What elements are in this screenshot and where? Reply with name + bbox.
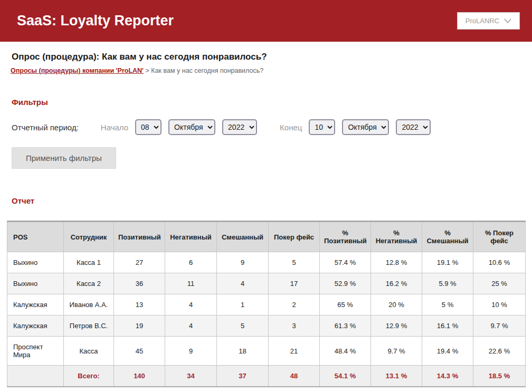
start-year-select[interactable]: 2022 [222, 119, 257, 135]
table-header-cell: % Смешанный [422, 222, 473, 252]
table-cell: 54.1 % [320, 366, 371, 387]
table-header-cell: Смешанный [217, 222, 269, 252]
table-row: ВыхиноКасса 12769557.4 %12.8 %19.1 %10.6… [7, 252, 526, 273]
table-cell: 6 [165, 252, 217, 273]
table-cell [7, 366, 64, 387]
table-header-cell: % Покер фейс [473, 222, 526, 252]
table-cell: Выхино [7, 273, 64, 294]
apply-filters-button[interactable]: Применить фильтры [12, 147, 116, 169]
table-cell: 20 % [371, 294, 422, 315]
table-cell: 4 [217, 273, 269, 294]
table-cell: 4 [165, 294, 217, 315]
table-cell: 4 [165, 315, 217, 337]
table-cell: Калужская [7, 315, 64, 337]
table-header-row: POSСотрудникПозитивныйНегативныйСмешанны… [7, 222, 526, 252]
table-cell: Всего: [64, 366, 114, 387]
table-cell: Касса 1 [64, 252, 114, 273]
end-month-select[interactable]: Октября [342, 119, 389, 135]
table-cell: 140 [114, 366, 165, 387]
table-header-cell: % Позитивный [320, 222, 371, 252]
table-cell: Выхино [7, 252, 64, 273]
table-cell: 5 [269, 252, 320, 273]
table-cell: 2 [269, 294, 320, 315]
table-cell: 16.2 % [371, 273, 422, 294]
filters-heading: Фильтры [12, 98, 520, 107]
company-selector[interactable]: ProLANRC [457, 12, 520, 30]
table-row: КалужскаяИванов А.А.1341265 %20 %5 %10 % [7, 294, 526, 315]
table-cell: 27 [114, 252, 165, 273]
report-table-body: ВыхиноКасса 12769557.4 %12.8 %19.1 %10.6… [7, 252, 526, 387]
table-cell: 5.9 % [422, 273, 473, 294]
table-cell: Калужская [7, 294, 64, 315]
table-cell: 45 [114, 337, 165, 366]
table-cell: 18 [217, 337, 269, 366]
table-cell: 19.1 % [422, 252, 473, 273]
table-cell: Петров В.С. [64, 315, 114, 337]
table-cell: 10 % [473, 294, 526, 315]
breadcrumb-link[interactable]: Опросы (процедуры) компании 'ProLAN' [11, 67, 144, 74]
table-row: КалужскаяПетров В.С.1945361.3 %12.9 %16.… [7, 315, 526, 337]
table-cell: 22.6 % [473, 337, 526, 366]
table-header-cell: Позитивный [114, 222, 165, 252]
company-selector-value: ProLANRC [466, 17, 499, 25]
table-cell: 18.5 % [473, 366, 526, 387]
table-cell: 25 % [473, 273, 526, 294]
table-cell: 34 [165, 366, 217, 387]
end-label: Конец [280, 123, 302, 132]
table-cell: 13 [114, 294, 165, 315]
end-day-select[interactable]: 10 [309, 119, 335, 135]
table-cell: 19 [114, 315, 165, 337]
table-cell: 3 [269, 315, 320, 337]
breadcrumb-current: Как вам у нас сегодня понравилось? [151, 67, 263, 74]
report-period-label: Отчетный период: [12, 123, 79, 132]
app-header-bar: SaaS: Loyalty Reporter ProLANRC [0, 0, 532, 42]
table-cell: Касса [64, 337, 114, 366]
table-header-cell: Покер фейс [269, 222, 320, 252]
end-year-select[interactable]: 2022 [396, 119, 431, 135]
table-cell: 37 [217, 366, 269, 387]
table-cell: 61.3 % [320, 315, 371, 337]
table-cell: 9.7 % [473, 315, 526, 337]
total-row: Всего:14034374854.1 %13.1 %14.3 %18.5 % [7, 366, 526, 387]
table-header-cell: POS [7, 222, 64, 252]
table-cell: 52.9 % [320, 273, 371, 294]
table-cell: 5 [217, 315, 269, 337]
table-cell: 1 [217, 294, 269, 315]
table-header-cell: Негативный [165, 222, 217, 252]
breadcrumb: Опросы (процедуры) компании 'ProLAN' > К… [11, 67, 520, 74]
table-cell: Касса 2 [64, 273, 114, 294]
table-cell: 16.1 % [422, 315, 473, 337]
table-cell: 65 % [320, 294, 371, 315]
table-cell: 12.8 % [371, 252, 422, 273]
report-period-row: Отчетный период: Начало 08 Октября 2022 … [12, 119, 520, 135]
start-day-select[interactable]: 08 [135, 119, 162, 135]
table-cell: Проспект Мира [7, 337, 64, 366]
chevron-down-icon [504, 18, 511, 23]
table-cell: 10.6 % [473, 252, 526, 273]
table-row: Проспект МираКасса459182148.4 %9.7 %19.4… [7, 337, 526, 366]
table-cell: 9.7 % [371, 337, 422, 366]
app-title: SaaS: Loyalty Reporter [17, 13, 174, 29]
report-table: POSСотрудникПозитивныйНегативныйСмешанны… [7, 221, 526, 387]
table-cell: 14.3 % [422, 366, 473, 387]
table-cell: 13.1 % [371, 366, 422, 387]
table-cell: Иванов А.А. [64, 294, 114, 315]
table-cell: 48 [269, 366, 320, 387]
table-row: ВыхиноКасса 2361141752.9 %16.2 %5.9 %25 … [7, 273, 526, 294]
table-cell: 17 [269, 273, 320, 294]
table-cell: 9 [165, 337, 217, 366]
table-cell: 19.4 % [422, 337, 473, 366]
page-title: Опрос (процедура): Как вам у нас сегодня… [12, 52, 520, 62]
breadcrumb-separator: > [144, 67, 151, 74]
start-label: Начало [101, 123, 128, 132]
start-month-select[interactable]: Октября [168, 119, 215, 135]
table-cell: 36 [114, 273, 165, 294]
report-heading: Отчет [12, 196, 520, 205]
table-cell: 57.4 % [320, 252, 371, 273]
page-content: Опрос (процедура): Как вам у нас сегодня… [0, 52, 532, 387]
table-cell: 21 [269, 337, 320, 366]
table-header-cell: Сотрудник [64, 222, 114, 252]
table-cell: 9 [217, 252, 269, 273]
table-header-cell: % Негативный [371, 222, 422, 252]
table-cell: 11 [165, 273, 217, 294]
